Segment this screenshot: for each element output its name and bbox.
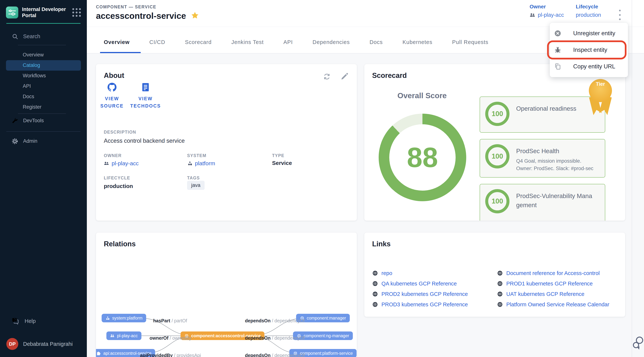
sidebar-item-overview[interactable]: Overview [0, 50, 87, 60]
edit-pencil-icon[interactable] [340, 72, 349, 81]
sidebar-item-devtools[interactable]: DevTools [0, 115, 87, 126]
sidebar-user[interactable]: DP Debabrata Panigrahi [0, 338, 87, 350]
check-prodsec-vulnerability[interactable]: 100 ProdSec-Vulnerability Management [480, 184, 605, 221]
scorecard-card: Scorecard Tier Overall Score 88 100 Oper… [364, 64, 625, 220]
tab-scorecard[interactable]: Scorecard [175, 31, 222, 53]
brand: Internal Developer Portal [0, 0, 87, 23]
lifecycle-field-value: production [104, 183, 133, 189]
sidebar-item-catalog[interactable]: Catalog [6, 60, 81, 70]
tab-jenkins-test[interactable]: Jenkins Test [222, 31, 274, 53]
links-grid: repo Document reference for Access-contr… [372, 268, 622, 310]
view-techdocs-link[interactable]: VIEW TECHDOCS [129, 82, 162, 110]
relation-node-pl-play-acc[interactable]: pl-play-acc [106, 332, 142, 340]
wrench-icon [12, 118, 18, 124]
sidebar-item-help[interactable]: Help [0, 317, 87, 325]
view-source-link[interactable]: VIEW SOURCE [101, 82, 123, 110]
tab-docs[interactable]: Docs [360, 31, 392, 53]
relations-card: Relations system:platform pl-play-acc ap… [96, 232, 357, 357]
overall-score-value: 88 [407, 142, 438, 174]
tag-chip-java[interactable]: java [187, 181, 204, 190]
entity-context-menu: Unregister entity Inspect entity Copy en… [550, 23, 628, 77]
scrollbar-track[interactable] [632, 0, 632, 357]
sidebar-item-api[interactable]: API [0, 81, 87, 92]
app-switcher-grid-icon[interactable] [72, 8, 81, 17]
lifecycle-meta: Lifecycle production [576, 4, 601, 18]
scorecard-checks: 100 Operational readiness 100 ProdSec He… [480, 96, 605, 220]
entity-more-menu-button[interactable] [616, 8, 624, 22]
help-chat-icon [11, 317, 20, 325]
sidebar-item-docs[interactable]: Docs [0, 92, 87, 102]
group-icon [530, 12, 536, 18]
lifecycle-value: production [576, 12, 601, 18]
chat-bubbles-icon[interactable] [632, 336, 644, 351]
link-prod2-k8s[interactable]: PROD2 kubernetes GCP Reference [372, 289, 497, 299]
link-qa-k8s[interactable]: QA kubernetes GCP Reference [372, 278, 497, 289]
edge-label-haspart: hasPart / partOf [153, 318, 187, 324]
tab-dependencies[interactable]: Dependencies [302, 31, 360, 53]
description-value: Access control backend service [104, 138, 185, 144]
score-ring: 100 [485, 144, 510, 168]
scorecard-title: Scorecard [372, 72, 407, 80]
bug-icon [554, 46, 562, 54]
links-title: Links [372, 240, 390, 248]
globe-icon [372, 291, 378, 297]
owner-field-link[interactable]: pl-play-acc [104, 160, 139, 166]
owner-link[interactable]: pl-play-acc [530, 12, 564, 18]
edge-label-dependson-2: dependsOn / dependencyOf [245, 336, 305, 341]
page-title: accesscontrol-service [96, 11, 186, 21]
sidebar-item-register[interactable]: Register [0, 102, 87, 112]
sidebar-nav: Overview Catalog Workflows API Docs Regi… [0, 50, 87, 112]
favorite-star-icon[interactable] [191, 11, 199, 20]
menu-item-copy-entity-url[interactable]: Copy entity URL [550, 58, 628, 74]
section-divider [6, 131, 80, 132]
globe-icon [497, 302, 503, 308]
link-prod3-k8s[interactable]: PROD3 kubernetes GCP Reference [372, 299, 497, 310]
tab-cicd[interactable]: CI/CD [140, 31, 175, 53]
edge-label-dependson-3: dependsOn / dependencyOf [245, 353, 305, 357]
nav-divider [18, 114, 66, 114]
search-icon [12, 33, 18, 40]
check-operational-readiness[interactable]: 100 Operational readiness [480, 96, 605, 133]
link-doc-reference[interactable]: Document reference for Access-control [497, 268, 622, 278]
search-label: Search [23, 33, 40, 40]
github-icon [107, 82, 117, 92]
check-prodsec-health[interactable]: 100 ProdSec Health Q4 Goal, mission impo… [480, 139, 605, 178]
tab-pull-requests[interactable]: Pull Requests [442, 31, 498, 53]
tab-kubernetes[interactable]: Kubernetes [392, 31, 442, 53]
relation-node-system-platform[interactable]: system:platform [102, 314, 146, 322]
puzzle-icon [96, 351, 101, 356]
tab-overview[interactable]: Overview [96, 31, 140, 53]
system-field-link[interactable]: platform [187, 160, 215, 166]
globe-icon [497, 270, 503, 276]
sidebar-item-workflows[interactable]: Workflows [0, 70, 87, 81]
score-ring: 100 [485, 189, 510, 213]
owner-field-label: OWNER [104, 153, 122, 158]
link-repo[interactable]: repo [372, 268, 497, 278]
group-icon [104, 160, 110, 166]
app-title: Internal Developer Portal [22, 6, 68, 19]
system-icon [105, 316, 110, 320]
type-field-value: Service [272, 160, 292, 166]
menu-item-inspect-entity[interactable]: Inspect entity [550, 42, 628, 58]
user-name: Debabrata Panigrahi [23, 341, 73, 347]
gear-icon [12, 138, 18, 144]
link-uat-k8s[interactable]: UAT kubernetes GCP Reference [497, 289, 622, 299]
globe-icon [372, 280, 378, 286]
refresh-icon[interactable] [322, 72, 331, 81]
system-field-label: SYSTEM [187, 153, 206, 158]
techdocs-doc-icon [140, 82, 151, 92]
owner-label: Owner [530, 4, 564, 10]
search-divider [18, 45, 66, 45]
link-prod1-k8s[interactable]: PROD1 kubernetes GCP Reference [497, 278, 622, 289]
copy-icon [554, 62, 562, 70]
link-release-calendar[interactable]: Platform Owned Service Release Calendar [497, 299, 622, 310]
sidebar-item-admin[interactable]: Admin [0, 136, 87, 147]
sidebar-search[interactable]: Search [12, 33, 80, 40]
avatar: DP [6, 338, 18, 350]
menu-item-unregister-entity[interactable]: Unregister entity [550, 25, 628, 41]
sidebar: Internal Developer Portal Search Overvie… [0, 0, 87, 357]
system-icon [187, 160, 193, 166]
description-label: DESCRIPTION [104, 130, 136, 135]
lifecycle-field-label: LIFECYCLE [104, 176, 130, 180]
tab-api[interactable]: API [274, 31, 302, 53]
